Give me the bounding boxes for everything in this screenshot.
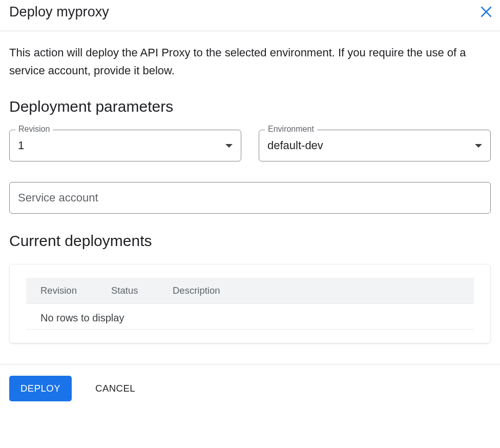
deploy-button[interactable]: DEPLOY xyxy=(9,376,72,401)
close-icon xyxy=(480,5,493,18)
environment-value: default-dev xyxy=(267,139,471,152)
revision-label: Revision xyxy=(15,125,53,134)
chevron-down-icon xyxy=(475,144,482,148)
column-header-status: Status xyxy=(111,285,173,296)
chevron-down-icon xyxy=(225,144,233,148)
table-empty-message: No rows to display xyxy=(26,304,281,330)
revision-select[interactable]: Revision 1 xyxy=(9,130,241,161)
environment-label: Environment xyxy=(265,125,317,134)
close-button[interactable] xyxy=(476,2,496,22)
deployments-table-card: Revision Status Description No rows to d… xyxy=(9,264,491,343)
revision-value: 1 xyxy=(18,139,221,152)
dialog-body: This action will deploy the API Proxy to… xyxy=(0,31,500,364)
deployment-parameters-heading: Deployment parameters xyxy=(9,98,491,115)
table-divider xyxy=(26,329,474,330)
cancel-button[interactable]: CANCEL xyxy=(92,376,138,401)
current-deployments-heading: Current deployments xyxy=(9,232,491,250)
service-account-input[interactable]: Service account xyxy=(9,182,491,214)
parameter-row: Revision 1 Environment default-dev xyxy=(9,130,491,161)
column-header-revision: Revision xyxy=(40,285,111,296)
dialog-header: Deploy myproxy xyxy=(0,0,500,31)
dialog-title: Deploy myproxy xyxy=(9,4,109,20)
column-header-description: Description xyxy=(173,285,460,296)
dialog-description: This action will deploy the API Proxy to… xyxy=(9,44,481,79)
dialog-footer: DEPLOY CANCEL xyxy=(0,364,500,413)
table-header-row: Revision Status Description xyxy=(26,278,474,304)
environment-select[interactable]: Environment default-dev xyxy=(259,130,491,161)
service-account-placeholder: Service account xyxy=(18,191,482,205)
